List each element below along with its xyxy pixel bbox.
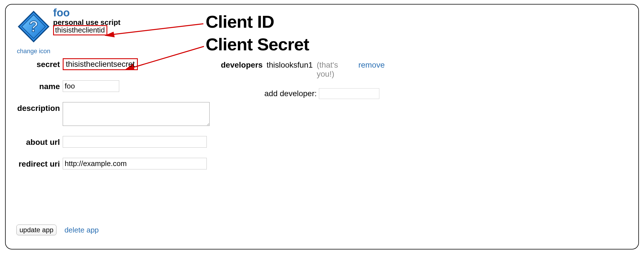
app-header-text: foo personal use script thisistheclienti… bbox=[53, 7, 120, 35]
developers-heading: developers bbox=[221, 61, 263, 70]
redirect-uri-input[interactable] bbox=[63, 158, 207, 169]
app-settings-panel: ? change icon foo personal use script th… bbox=[5, 4, 639, 249]
app-question-icon: ? bbox=[17, 10, 51, 44]
remove-developer-link[interactable]: remove bbox=[358, 61, 385, 70]
developers-block: developers thislooksfun1 (that's you!) r… bbox=[221, 61, 385, 99]
add-developer-input[interactable] bbox=[319, 88, 379, 99]
svg-text:?: ? bbox=[29, 17, 38, 35]
description-label: description bbox=[16, 102, 63, 113]
app-title: foo bbox=[53, 7, 120, 18]
icon-block: ? change icon bbox=[15, 10, 52, 55]
name-input[interactable] bbox=[63, 80, 119, 92]
form-actions: update app delete app bbox=[16, 225, 99, 235]
about-url-label: about url bbox=[16, 136, 63, 147]
thats-you-label: (that's you!) bbox=[317, 61, 354, 79]
about-url-input[interactable] bbox=[63, 136, 207, 148]
name-label: name bbox=[16, 80, 63, 91]
secret-label: secret bbox=[16, 58, 63, 69]
client-secret-value: thisistheclientsecret bbox=[63, 58, 138, 70]
redirect-uri-label: redirect uri bbox=[16, 158, 63, 169]
change-icon-link[interactable]: change icon bbox=[17, 48, 51, 55]
developer-username: thislooksfun1 bbox=[267, 61, 313, 70]
app-form: secret thisistheclientsecret name descri… bbox=[16, 58, 214, 169]
delete-app-link[interactable]: delete app bbox=[64, 226, 99, 234]
update-app-button[interactable]: update app bbox=[16, 225, 56, 235]
annotation-client-secret: Client Secret bbox=[206, 36, 309, 53]
client-id-value: thisistheclientid bbox=[53, 25, 107, 35]
description-textarea[interactable] bbox=[63, 102, 210, 126]
add-developer-label: add developer: bbox=[264, 89, 317, 98]
svg-line-4 bbox=[112, 24, 203, 35]
annotation-client-id: Client ID bbox=[206, 13, 274, 31]
